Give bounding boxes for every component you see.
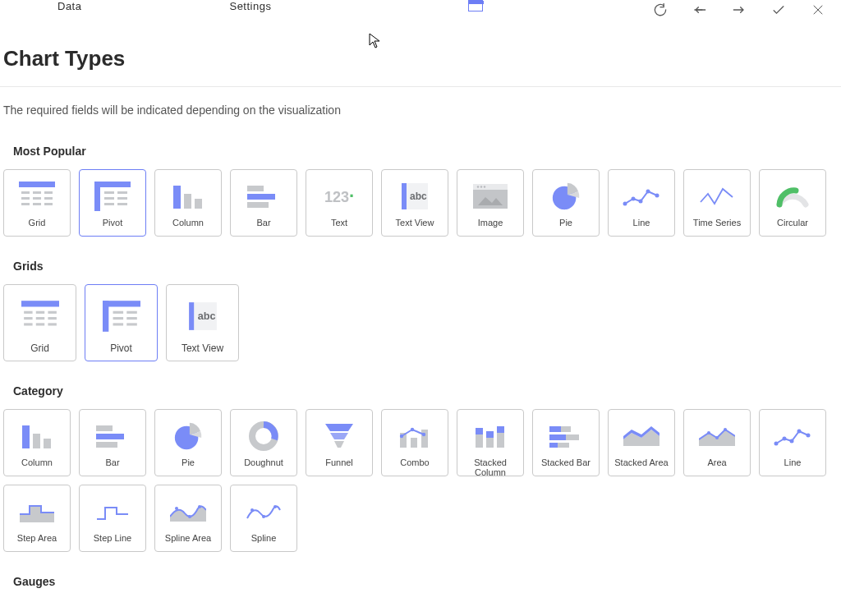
tile-text-view[interactable]: abc Text View bbox=[381, 169, 448, 237]
tile-stacked-bar[interactable]: Stacked Bar bbox=[532, 409, 600, 476]
svg-point-75 bbox=[422, 433, 425, 436]
tile-area[interactable]: Area bbox=[683, 409, 751, 476]
pivot-icon bbox=[94, 182, 131, 211]
svg-rect-47 bbox=[48, 323, 56, 325]
tile-stacked-area[interactable]: Stacked Area bbox=[608, 409, 675, 476]
tile-combo[interactable]: Combo bbox=[381, 409, 448, 476]
svg-rect-4 bbox=[21, 197, 30, 200]
tile-pie-2[interactable]: Pie bbox=[154, 409, 222, 476]
svg-rect-14 bbox=[104, 197, 114, 200]
tile-line-2[interactable]: Line bbox=[759, 409, 826, 476]
tile-stacked-column[interactable]: Stacked Column bbox=[457, 409, 524, 476]
svg-rect-49 bbox=[103, 301, 108, 332]
column-icon bbox=[172, 182, 205, 210]
svg-point-96 bbox=[175, 507, 178, 510]
undo-icon[interactable] bbox=[692, 2, 708, 18]
tile-pivot-2[interactable]: Pivot bbox=[85, 284, 158, 361]
tile-label: Combo bbox=[400, 457, 429, 469]
top-bar: Data Settings bbox=[0, 0, 841, 21]
step-line-icon bbox=[95, 499, 130, 524]
tile-pivot[interactable]: Pivot bbox=[79, 169, 146, 237]
tile-spline[interactable]: Spline bbox=[230, 485, 297, 552]
svg-rect-51 bbox=[126, 311, 137, 314]
svg-point-97 bbox=[188, 515, 191, 518]
tile-doughnut[interactable]: Doughnut bbox=[230, 409, 297, 476]
tile-label: Text View bbox=[182, 342, 223, 354]
line-icon bbox=[623, 184, 660, 209]
tab-data[interactable]: Data bbox=[57, 0, 81, 12]
tile-pie[interactable]: Pie bbox=[532, 169, 600, 237]
tile-label: Spline Area bbox=[165, 533, 211, 545]
svg-point-91 bbox=[774, 442, 779, 446]
svg-rect-72 bbox=[421, 430, 428, 448]
svg-point-99 bbox=[250, 508, 254, 512]
tile-bar-2[interactable]: Bar bbox=[79, 409, 146, 476]
svg-rect-39 bbox=[24, 311, 32, 314]
pie-icon bbox=[550, 181, 581, 212]
svg-point-73 bbox=[400, 434, 403, 438]
svg-rect-44 bbox=[48, 317, 56, 319]
tile-label: Stacked Bar bbox=[541, 457, 591, 469]
svg-point-36 bbox=[646, 190, 650, 194]
svg-rect-52 bbox=[113, 317, 123, 319]
tile-grid[interactable]: Grid bbox=[3, 169, 71, 237]
tile-step-line[interactable]: Step Line bbox=[79, 485, 146, 552]
redo-icon[interactable] bbox=[731, 2, 747, 18]
svg-rect-80 bbox=[497, 433, 504, 448]
svg-point-92 bbox=[783, 437, 787, 441]
confirm-icon[interactable] bbox=[770, 2, 787, 18]
tile-label: Grid bbox=[29, 218, 46, 229]
tile-time-series[interactable]: Time Series bbox=[683, 169, 751, 237]
tile-label: Spline bbox=[251, 533, 277, 545]
svg-point-74 bbox=[411, 428, 414, 431]
svg-rect-54 bbox=[113, 323, 123, 325]
tile-bar[interactable]: Bar bbox=[230, 169, 297, 237]
svg-rect-83 bbox=[561, 426, 571, 432]
svg-rect-3 bbox=[44, 191, 53, 194]
tile-image[interactable]: Image bbox=[457, 169, 524, 237]
text-icon: 123· bbox=[324, 186, 354, 207]
svg-rect-15 bbox=[117, 197, 127, 200]
svg-point-89 bbox=[715, 436, 719, 439]
tile-column[interactable]: Column bbox=[154, 169, 222, 237]
close-icon[interactable] bbox=[810, 2, 826, 18]
svg-point-93 bbox=[790, 439, 794, 444]
tile-label: Pie bbox=[182, 457, 195, 469]
time-series-icon bbox=[698, 184, 736, 209]
tile-circular[interactable]: Circular bbox=[759, 169, 826, 237]
svg-rect-43 bbox=[35, 317, 44, 319]
svg-point-30 bbox=[484, 186, 485, 187]
svg-rect-5 bbox=[33, 197, 41, 200]
tile-spline-area[interactable]: Spline Area bbox=[154, 485, 222, 552]
tile-column-2[interactable]: Column bbox=[3, 409, 71, 476]
tile-text-view-2[interactable]: abc Text View bbox=[166, 284, 239, 361]
stacked-bar-icon bbox=[549, 425, 582, 448]
tile-label: Funnel bbox=[325, 457, 353, 469]
grid-icon bbox=[21, 301, 59, 332]
svg-rect-60 bbox=[33, 434, 40, 448]
tile-grid-2[interactable]: Grid bbox=[3, 284, 76, 361]
tile-label: Area bbox=[707, 457, 726, 469]
svg-rect-9 bbox=[44, 203, 53, 205]
tab-settings[interactable]: Settings bbox=[229, 0, 271, 12]
tile-line[interactable]: Line bbox=[608, 169, 675, 237]
svg-rect-18 bbox=[173, 186, 181, 209]
tile-text[interactable]: 123· Text bbox=[306, 169, 373, 237]
svg-point-90 bbox=[724, 428, 727, 431]
line-icon bbox=[774, 424, 811, 448]
svg-rect-40 bbox=[35, 311, 44, 314]
svg-point-95 bbox=[807, 434, 811, 438]
refresh-icon[interactable] bbox=[652, 2, 669, 18]
svg-rect-59 bbox=[22, 425, 30, 448]
tile-funnel[interactable]: Funnel bbox=[306, 409, 373, 476]
tile-label: Step Area bbox=[17, 533, 57, 545]
bar-icon bbox=[96, 424, 129, 448]
svg-rect-45 bbox=[24, 323, 32, 325]
tile-label: Circular bbox=[777, 218, 808, 229]
tile-label: Pivot bbox=[110, 342, 132, 354]
svg-marker-68 bbox=[330, 433, 348, 439]
pivot-icon bbox=[103, 301, 140, 332]
tile-step-area[interactable]: Step Area bbox=[3, 485, 71, 552]
grid-icon bbox=[19, 182, 55, 211]
tile-label: Pie bbox=[559, 218, 572, 229]
